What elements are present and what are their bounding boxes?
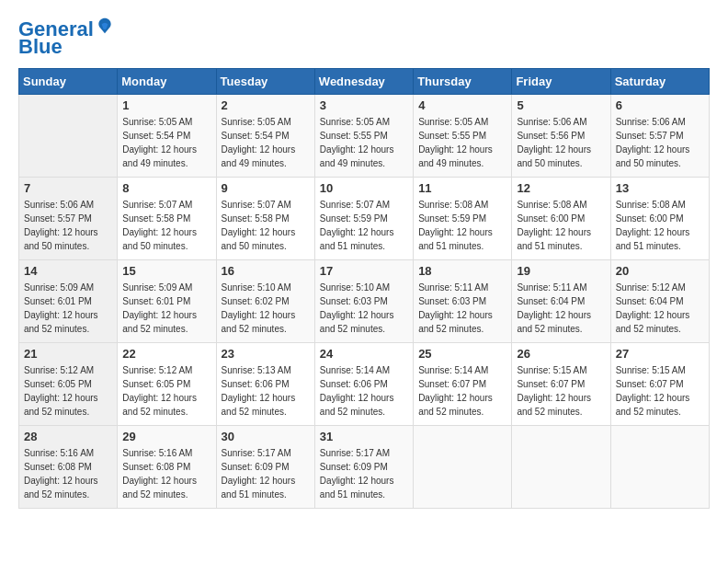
calendar-cell: 26Sunrise: 5:15 AMSunset: 6:07 PMDayligh… [512, 343, 610, 426]
column-header-friday: Friday [512, 69, 610, 95]
calendar-cell: 25Sunrise: 5:14 AMSunset: 6:07 PMDayligh… [414, 343, 512, 426]
cell-info: Sunrise: 5:06 AMSunset: 5:57 PMDaylight:… [24, 198, 112, 253]
calendar-cell: 11Sunrise: 5:08 AMSunset: 5:59 PMDayligh… [414, 178, 512, 260]
calendar-week-5: 28Sunrise: 5:16 AMSunset: 6:08 PMDayligh… [19, 426, 710, 509]
day-number: 23 [222, 347, 310, 361]
cell-info: Sunrise: 5:09 AMSunset: 6:01 PMDaylight:… [24, 281, 112, 336]
calendar-cell: 1Sunrise: 5:05 AMSunset: 5:54 PMDaylight… [118, 95, 216, 178]
day-number: 7 [24, 181, 112, 195]
calendar-cell: 24Sunrise: 5:14 AMSunset: 6:06 PMDayligh… [314, 343, 413, 426]
calendar-cell: 10Sunrise: 5:07 AMSunset: 5:59 PMDayligh… [314, 178, 413, 260]
calendar-cell [610, 426, 709, 509]
calendar-cell: 6Sunrise: 5:06 AMSunset: 5:57 PMDaylight… [610, 95, 709, 178]
calendar-cell: 27Sunrise: 5:15 AMSunset: 6:07 PMDayligh… [610, 343, 709, 426]
calendar-cell: 2Sunrise: 5:05 AMSunset: 5:54 PMDaylight… [216, 95, 314, 178]
calendar-week-1: 1Sunrise: 5:05 AMSunset: 5:54 PMDaylight… [19, 95, 710, 178]
calendar-cell: 16Sunrise: 5:10 AMSunset: 6:02 PMDayligh… [216, 260, 314, 343]
day-number: 15 [122, 264, 210, 278]
calendar-cell: 14Sunrise: 5:09 AMSunset: 6:01 PMDayligh… [19, 260, 118, 343]
cell-info: Sunrise: 5:13 AMSunset: 6:06 PMDaylight:… [222, 363, 310, 419]
calendar-cell: 20Sunrise: 5:12 AMSunset: 6:04 PMDayligh… [610, 260, 709, 343]
cell-info: Sunrise: 5:14 AMSunset: 6:07 PMDaylight:… [418, 363, 506, 419]
day-number: 5 [517, 98, 605, 112]
calendar-cell: 21Sunrise: 5:12 AMSunset: 6:05 PMDayligh… [19, 343, 118, 426]
cell-info: Sunrise: 5:17 AMSunset: 6:09 PMDaylight:… [320, 446, 408, 501]
calendar-header-row: SundayMondayTuesdayWednesdayThursdayFrid… [19, 69, 710, 95]
column-header-wednesday: Wednesday [314, 69, 413, 95]
calendar-week-3: 14Sunrise: 5:09 AMSunset: 6:01 PMDayligh… [19, 260, 710, 343]
day-number: 14 [24, 264, 112, 278]
day-number: 17 [320, 264, 408, 278]
day-number: 10 [320, 181, 408, 195]
calendar-cell: 29Sunrise: 5:16 AMSunset: 6:08 PMDayligh… [118, 426, 216, 509]
calendar-cell [414, 426, 512, 509]
cell-info: Sunrise: 5:10 AMSunset: 6:03 PMDaylight:… [320, 281, 408, 336]
day-number: 18 [418, 264, 506, 278]
page-header: General Blue [18, 18, 710, 59]
day-number: 11 [418, 181, 506, 195]
calendar-week-4: 21Sunrise: 5:12 AMSunset: 6:05 PMDayligh… [19, 343, 710, 426]
calendar-cell: 7Sunrise: 5:06 AMSunset: 5:57 PMDaylight… [19, 178, 118, 260]
column-header-sunday: Sunday [19, 69, 118, 95]
calendar-cell: 8Sunrise: 5:07 AMSunset: 5:58 PMDaylight… [118, 178, 216, 260]
cell-info: Sunrise: 5:16 AMSunset: 6:08 PMDaylight:… [24, 446, 112, 501]
cell-info: Sunrise: 5:06 AMSunset: 5:57 PMDaylight:… [616, 115, 704, 170]
day-number: 28 [24, 430, 112, 443]
calendar-week-2: 7Sunrise: 5:06 AMSunset: 5:57 PMDaylight… [19, 178, 710, 260]
column-header-thursday: Thursday [414, 69, 512, 95]
column-header-saturday: Saturday [610, 69, 709, 95]
calendar-cell: 31Sunrise: 5:17 AMSunset: 6:09 PMDayligh… [314, 426, 413, 509]
cell-info: Sunrise: 5:08 AMSunset: 5:59 PMDaylight:… [418, 198, 506, 253]
cell-info: Sunrise: 5:05 AMSunset: 5:54 PMDaylight:… [222, 115, 310, 170]
day-number: 26 [517, 347, 605, 361]
column-header-monday: Monday [118, 69, 216, 95]
calendar-cell: 18Sunrise: 5:11 AMSunset: 6:03 PMDayligh… [414, 260, 512, 343]
cell-info: Sunrise: 5:08 AMSunset: 6:00 PMDaylight:… [616, 198, 704, 253]
cell-info: Sunrise: 5:05 AMSunset: 5:55 PMDaylight:… [320, 115, 408, 170]
cell-info: Sunrise: 5:10 AMSunset: 6:02 PMDaylight:… [222, 281, 310, 336]
day-number: 12 [517, 181, 605, 195]
day-number: 30 [222, 430, 310, 443]
day-number: 27 [616, 347, 704, 361]
calendar-cell: 17Sunrise: 5:10 AMSunset: 6:03 PMDayligh… [314, 260, 413, 343]
cell-info: Sunrise: 5:11 AMSunset: 6:03 PMDaylight:… [418, 281, 506, 336]
day-number: 9 [222, 181, 310, 195]
calendar-cell: 13Sunrise: 5:08 AMSunset: 6:00 PMDayligh… [610, 178, 709, 260]
cell-info: Sunrise: 5:05 AMSunset: 5:55 PMDaylight:… [418, 115, 506, 170]
day-number: 29 [122, 430, 210, 443]
calendar-cell: 23Sunrise: 5:13 AMSunset: 6:06 PMDayligh… [216, 343, 314, 426]
day-number: 19 [517, 264, 605, 278]
logo-icon [96, 17, 114, 35]
day-number: 1 [122, 98, 210, 112]
cell-info: Sunrise: 5:07 AMSunset: 5:58 PMDaylight:… [222, 198, 310, 253]
cell-info: Sunrise: 5:15 AMSunset: 6:07 PMDaylight:… [616, 363, 704, 419]
calendar-table: SundayMondayTuesdayWednesdayThursdayFrid… [18, 68, 710, 509]
cell-info: Sunrise: 5:09 AMSunset: 6:01 PMDaylight:… [122, 281, 210, 336]
calendar-cell: 4Sunrise: 5:05 AMSunset: 5:55 PMDaylight… [414, 95, 512, 178]
calendar-cell: 19Sunrise: 5:11 AMSunset: 6:04 PMDayligh… [512, 260, 610, 343]
cell-info: Sunrise: 5:17 AMSunset: 6:09 PMDaylight:… [222, 446, 310, 501]
day-number: 3 [320, 98, 408, 112]
cell-info: Sunrise: 5:06 AMSunset: 5:56 PMDaylight:… [517, 115, 605, 170]
day-number: 16 [222, 264, 310, 278]
calendar-cell [512, 426, 610, 509]
day-number: 20 [616, 264, 704, 278]
calendar-cell: 22Sunrise: 5:12 AMSunset: 6:05 PMDayligh… [118, 343, 216, 426]
cell-info: Sunrise: 5:05 AMSunset: 5:54 PMDaylight:… [122, 115, 210, 170]
calendar-cell: 5Sunrise: 5:06 AMSunset: 5:56 PMDaylight… [512, 95, 610, 178]
cell-info: Sunrise: 5:08 AMSunset: 6:00 PMDaylight:… [517, 198, 605, 253]
day-number: 25 [418, 347, 506, 361]
day-number: 8 [122, 181, 210, 195]
calendar-body: 1Sunrise: 5:05 AMSunset: 5:54 PMDaylight… [19, 95, 710, 509]
cell-info: Sunrise: 5:12 AMSunset: 6:05 PMDaylight:… [122, 363, 210, 419]
cell-info: Sunrise: 5:14 AMSunset: 6:06 PMDaylight:… [320, 363, 408, 419]
cell-info: Sunrise: 5:16 AMSunset: 6:08 PMDaylight:… [122, 446, 210, 501]
day-number: 24 [320, 347, 408, 361]
cell-info: Sunrise: 5:12 AMSunset: 6:04 PMDaylight:… [616, 281, 704, 336]
column-header-tuesday: Tuesday [216, 69, 314, 95]
day-number: 6 [616, 98, 704, 112]
day-number: 21 [24, 347, 112, 361]
day-number: 22 [122, 347, 210, 361]
calendar-cell: 28Sunrise: 5:16 AMSunset: 6:08 PMDayligh… [19, 426, 118, 509]
day-number: 31 [320, 430, 408, 443]
